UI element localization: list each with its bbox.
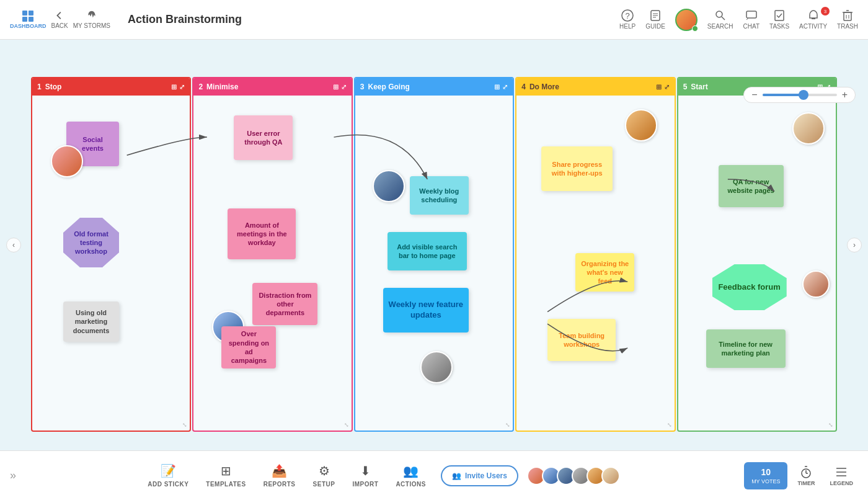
dashboard-label: DASHBOARD [10,23,46,29]
svg-rect-11 [844,12,851,20]
sticky-meetings[interactable]: Amount of meetings in the workday [228,208,296,259]
sticky-user-error[interactable]: User error through QA [234,115,293,160]
sticky-share-progress[interactable]: Share progress with higher-ups [541,146,613,191]
columns-container: 1 Stop ⊞ ⤢ Social events Old format test… [31,77,837,432]
sticky-feedback-forum[interactable]: Feedback forum [712,264,787,310]
col2-resize[interactable]: ⤡ [344,422,349,428]
add-sticky-button[interactable]: 📝 ADD STICKY [140,458,196,493]
column-stop-header: 1 Stop ⊞ ⤢ [32,78,190,96]
avatar-user7 [802,270,830,298]
avatar-user3 [373,170,405,202]
import-button[interactable]: ⬇ IMPORT [345,458,386,493]
sticky-search-bar[interactable]: Add visible search bar to home page [388,232,467,270]
scroll-right-button[interactable]: › [847,238,862,252]
guide-button[interactable]: GUIDE [645,9,665,30]
column-keep-going-header: 3 Keep Going ⊞ ⤢ [355,78,513,96]
col5-title: Start [691,83,707,91]
reports-button[interactable]: 📤 REPORTS [256,458,303,493]
svg-rect-10 [812,18,815,19]
reports-label: REPORTS [264,481,296,488]
col3-number: 3 [360,83,365,91]
templates-button[interactable]: ⊞ TEMPLATES [198,458,253,493]
setup-button[interactable]: ⚙ SETUP [306,458,343,493]
col4-icons: ⊞ ⤢ [656,83,670,91]
column-start: 5 Start ⊞ ⤢ QA for new website pages Fee… [677,77,837,432]
chat-label: CHAT [743,23,760,30]
tasks-label: TASKS [769,23,789,30]
timer-button[interactable]: TIMER [792,460,820,491]
sticky-overspending[interactable]: Over spending on ad campaigns [221,326,276,368]
avatar-user5 [625,109,657,141]
sticky-team-building[interactable]: Team building workshops [547,319,616,361]
zoom-in-button[interactable]: + [842,90,848,100]
avatar-user1 [51,145,83,177]
col1-number: 1 [37,83,42,91]
avatar-user4 [420,351,453,383]
add-sticky-icon: 📝 [161,463,176,478]
invite-label: Invite Users [465,471,507,480]
avatar-user6 [792,112,825,145]
avatar-group[interactable] [675,9,698,31]
col1-title: Stop [45,83,62,91]
sticky-old-format[interactable]: Old format testing workshop [63,218,119,267]
tasks-button[interactable]: TASKS [769,9,789,30]
svg-rect-9 [775,11,784,20]
nav-left-group: DASHBOARD BACK MY STORMS [10,10,110,29]
trash-label: TRASH [837,23,858,30]
reports-icon: 📤 [272,463,287,478]
back-label: BACK [51,22,68,29]
canvas-area: − + ‹ › 1 Stop ⊞ ⤢ Social events [0,40,868,450]
zoom-slider[interactable] [763,94,837,96]
legend-button[interactable]: LEGEND [825,460,858,491]
search-button[interactable]: SEARCH [707,9,733,30]
setup-icon: ⚙ [319,463,330,478]
active-users-row [531,467,620,485]
activity-label: ACTIVITY [799,23,827,30]
help-label: HELP [619,23,636,30]
toolbar-expand-button[interactable]: » [10,469,16,482]
col2-icons: ⊞ ⤢ [333,83,347,91]
chat-button[interactable]: CHAT [743,9,760,30]
col5-resize[interactable]: ⤡ [828,422,833,428]
actions-icon: 👥 [403,463,418,478]
actions-label: ACTIONS [396,481,426,488]
sticky-blog-scheduling[interactable]: Weekly blog scheduling [410,176,469,215]
column-do-more: 4 Do More ⊞ ⤢ Share progress with higher… [515,77,675,432]
svg-line-7 [722,17,725,20]
dashboard-button[interactable]: DASHBOARD [10,11,46,29]
sticky-qa-website[interactable]: QA for new website pages [719,165,784,207]
sticky-weekly-updates[interactable]: Weekly new feature updates [383,288,469,333]
sticky-timeline[interactable]: Timeline for new marketing plan [706,329,786,368]
column-minimise-header: 2 Minimise ⊞ ⤢ [193,78,351,96]
col3-icons: ⊞ ⤢ [494,83,508,91]
zoom-control: − + [743,87,856,103]
trash-button[interactable]: TRASH [837,9,858,30]
zoom-out-button[interactable]: − [751,90,757,100]
sticky-distraction[interactable]: Distraction from other deparments [252,283,317,325]
toolbar-center-group: 📝 ADD STICKY ⊞ TEMPLATES 📤 REPORTS ⚙ SET… [140,458,620,493]
column-do-more-header: 4 Do More ⊞ ⤢ [516,78,674,96]
setup-label: SETUP [313,481,335,488]
column-stop: 1 Stop ⊞ ⤢ Social events Old format test… [31,77,191,432]
sticky-old-marketing[interactable]: Using old marketing documents [63,301,119,342]
scroll-left-button[interactable]: ‹ [6,238,21,252]
invite-users-button[interactable]: 👥 Invite Users [441,465,518,486]
templates-label: TEMPLATES [206,481,246,488]
back-button[interactable]: BACK [51,10,68,29]
my-votes-button[interactable]: 10 MY VOTES [744,462,787,489]
sticky-organizing-feed[interactable]: Organizing the what's new feed [575,253,634,292]
activity-button[interactable]: 3 ACTIVITY [799,9,827,30]
col3-resize[interactable]: ⤡ [505,422,510,428]
mystorms-button[interactable]: MY STORMS [73,10,110,29]
col4-resize[interactable]: ⤡ [667,422,672,428]
my-votes-label: MY VOTES [751,478,780,484]
bottom-toolbar: » 📝 ADD STICKY ⊞ TEMPLATES 📤 REPORTS ⚙ S… [0,450,868,500]
active-user-6 [601,467,620,485]
col3-title: Keep Going [368,83,410,91]
col1-resize[interactable]: ⤡ [182,422,187,428]
help-button[interactable]: ? HELP [619,9,636,30]
col1-icons: ⊞ ⤢ [171,83,185,91]
import-label: IMPORT [353,481,379,488]
votes-count: 10 [761,467,771,477]
actions-button[interactable]: 👥 ACTIONS [388,458,433,493]
